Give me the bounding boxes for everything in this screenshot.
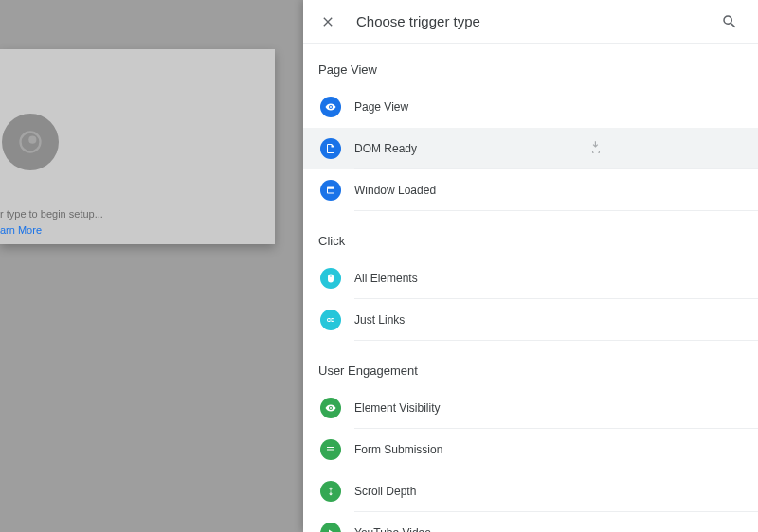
close-button[interactable] [315,9,341,35]
window-icon [320,180,341,201]
choose-trigger-panel: Choose trigger type Page View Page View … [303,0,758,532]
link-icon [320,310,341,330]
background-scrim: r type to begin setup... arn More [0,0,303,532]
trigger-page-view[interactable]: Page View [303,86,758,128]
trigger-all-elements[interactable]: All Elements [303,257,758,299]
trigger-label: Element Visibility [354,401,440,415]
trigger-form-submission[interactable]: Form Submission [303,429,758,470]
visibility-icon [320,398,341,418]
play-icon [320,523,341,532]
trigger-window-loaded[interactable]: Window Loaded [303,169,758,211]
background-helper-text: r type to begin setup... [0,208,103,220]
trigger-dom-ready[interactable]: DOM Ready [303,128,758,169]
form-icon [320,439,341,460]
search-button[interactable] [716,9,743,35]
panel-header: Choose trigger type [303,0,758,44]
mouse-icon [320,268,341,289]
trigger-just-links[interactable]: Just Links [303,299,758,341]
trigger-label: DOM Ready [354,142,417,155]
panel-title: Choose trigger type [356,13,701,29]
trigger-label: Form Submission [354,443,442,456]
trigger-label: Window Loaded [354,184,436,197]
trigger-label: Page View [354,100,408,114]
section-title-click: Click [303,228,758,257]
trigger-scroll-depth[interactable]: Scroll Depth [303,470,758,512]
trigger-element-visibility[interactable]: Element Visibility [303,387,758,429]
trigger-label: All Elements [354,272,418,285]
trigger-label: Just Links [354,313,405,327]
section-title-user-engagement: User Engagement [303,358,758,387]
learn-more-link[interactable]: arn More [0,224,42,236]
scroll-icon [320,481,341,502]
svg-point-1 [28,136,36,144]
svg-rect-3 [328,189,334,193]
document-icon [320,138,341,159]
trigger-youtube-video[interactable]: YouTube Video [303,512,758,532]
eye-icon [320,97,341,117]
trigger-placeholder-icon [2,114,59,170]
section-title-page-view: Page View [303,57,758,86]
trigger-label: YouTube Video [354,526,431,532]
panel-body: Page View Page View DOM Ready Window Loa… [303,44,758,532]
trigger-label: Scroll Depth [354,485,416,498]
